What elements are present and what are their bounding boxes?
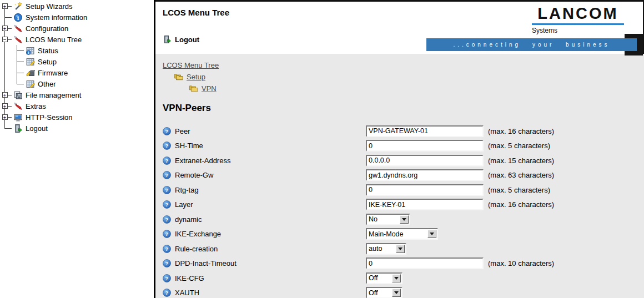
expander-plus[interactable]: + xyxy=(2,26,8,31)
dropdown-arrow-icon[interactable] xyxy=(427,230,436,238)
dropdown-arrow-icon[interactable] xyxy=(396,245,405,253)
max-chars-hint: (max. 5 characters) xyxy=(488,142,550,150)
sidebar-item-label: Firmware xyxy=(38,69,68,77)
selected-value: Main-Mode xyxy=(367,230,427,238)
app-window: + Setup Wizards i System information + C… xyxy=(0,0,644,298)
help-icon[interactable]: ? xyxy=(163,230,171,238)
selected-value: Off xyxy=(367,289,392,297)
logout-button[interactable]: Logout xyxy=(163,35,199,44)
dynamic-select[interactable]: No xyxy=(366,214,410,225)
tree-line: + xyxy=(0,89,10,100)
form-row-layer: ? Layer (max. 16 characters) xyxy=(163,198,644,213)
logo-brand-text: LANCOM xyxy=(532,4,624,23)
svg-text:?: ? xyxy=(165,187,169,193)
svg-text:?: ? xyxy=(165,231,169,237)
extranet-address-input[interactable] xyxy=(366,155,484,166)
field-label: dynamic xyxy=(175,215,202,224)
dpd-inact-timeout-input[interactable] xyxy=(366,257,484,269)
xauth-select[interactable]: Off xyxy=(366,287,402,298)
svg-text:?: ? xyxy=(165,172,169,178)
svg-text:?: ? xyxy=(165,128,169,134)
dropdown-arrow-icon[interactable] xyxy=(392,289,401,297)
rtg-tag-input[interactable] xyxy=(366,184,484,196)
breadcrumb-item-lcos-menu-tree: LCOS Menu Tree xyxy=(163,59,644,71)
wizard-icon xyxy=(13,2,23,11)
lcos-menu-tree-icon xyxy=(13,35,23,44)
dropdown-arrow-icon[interactable] xyxy=(400,215,409,224)
ike-exchange-select[interactable]: Main-Mode xyxy=(366,228,438,240)
form-row-ike-exchange: ? IKE-Exchange Main-Mode xyxy=(163,227,644,242)
sidebar-item-logout[interactable]: Logout xyxy=(0,123,154,134)
sidebar-item-extras[interactable]: + Extras xyxy=(0,100,154,112)
help-icon[interactable]: ? xyxy=(163,215,171,224)
help-icon[interactable]: ? xyxy=(163,142,171,150)
navigation-tree: + Setup Wizards i System information + C… xyxy=(0,0,154,298)
peer-input[interactable] xyxy=(366,125,484,137)
tree-line: + xyxy=(0,1,10,12)
tree-line xyxy=(10,67,22,78)
sidebar-item-http-session[interactable]: + HTTP-Session xyxy=(0,112,154,123)
sh-time-input[interactable] xyxy=(366,140,484,151)
file-management-icon xyxy=(13,90,23,100)
page-heading: VPN-Peers xyxy=(163,103,644,114)
sidebar-item-other[interactable]: Other xyxy=(0,78,154,89)
breadcrumb-link[interactable]: Setup xyxy=(187,73,205,81)
configuration-icon xyxy=(13,24,23,33)
help-icon[interactable]: ? xyxy=(163,259,171,267)
tree-line: + xyxy=(0,112,10,123)
sidebar-item-lcos-menu-tree[interactable]: − LCOS Menu Tree xyxy=(0,34,154,45)
sidebar-item-setup[interactable]: Setup xyxy=(0,56,154,67)
layer-input[interactable] xyxy=(366,199,484,210)
sidebar-item-label: Extras xyxy=(26,102,46,110)
help-icon[interactable]: ? xyxy=(163,127,171,135)
expander-plus[interactable]: + xyxy=(2,114,8,120)
sidebar-item-setup-wizards[interactable]: + Setup Wizards xyxy=(0,1,154,12)
expander-plus[interactable]: + xyxy=(2,103,8,109)
max-chars-hint: (max. 16 characters) xyxy=(488,200,554,209)
dropdown-arrow-icon[interactable] xyxy=(392,274,401,282)
sidebar-item-configuration[interactable]: + Configuration xyxy=(0,23,154,34)
rule-creation-select[interactable]: auto xyxy=(366,243,406,255)
remote-gw-input[interactable] xyxy=(366,169,484,181)
svg-text:?: ? xyxy=(165,246,169,252)
expander-plus[interactable]: + xyxy=(2,92,8,98)
sidebar-item-status[interactable]: i Status xyxy=(0,45,154,56)
breadcrumb-link[interactable]: VPN xyxy=(202,84,217,93)
help-icon[interactable]: ? xyxy=(163,200,171,209)
field-label: Peer xyxy=(175,127,190,135)
expander-minus[interactable]: − xyxy=(2,37,8,42)
tree-line xyxy=(10,56,22,67)
help-icon[interactable]: ? xyxy=(163,274,171,282)
field-label: XAUTH xyxy=(175,289,199,297)
tree-line: + xyxy=(0,23,10,34)
vpn-peers-form: ? Peer (max. 16 characters) ? SH-Time (m… xyxy=(163,124,644,298)
expander-plus[interactable]: + xyxy=(2,3,8,9)
sidebar-item-file-management[interactable]: + File management xyxy=(0,89,154,100)
logo-underline xyxy=(532,23,624,25)
folder-icon xyxy=(189,84,199,93)
selected-value: Off xyxy=(367,274,392,282)
breadcrumb-item-vpn: VPN xyxy=(189,83,644,94)
tree-line xyxy=(0,56,10,67)
help-icon[interactable]: ? xyxy=(163,289,171,297)
lancom-logo: LANCOM Systems xyxy=(532,4,624,34)
help-icon[interactable]: ? xyxy=(163,245,171,253)
form-row-xauth: ? XAUTH Off xyxy=(163,286,644,298)
ike-cfg-select[interactable]: Off xyxy=(366,272,402,284)
field-label: Remote-Gw xyxy=(175,171,213,179)
sidebar-item-firmware[interactable]: Firmware xyxy=(0,67,154,78)
tree-line xyxy=(0,67,10,78)
help-icon[interactable]: ? xyxy=(163,186,171,194)
help-icon[interactable]: ? xyxy=(163,156,171,165)
selected-value: auto xyxy=(367,245,396,252)
extras-icon xyxy=(13,102,23,111)
form-row-dynamic: ? dynamic No xyxy=(163,212,644,227)
tree-line xyxy=(0,45,10,56)
sidebar-item-system-information[interactable]: i System information xyxy=(0,12,154,23)
tree-line xyxy=(0,12,10,23)
breadcrumb-link[interactable]: LCOS Menu Tree xyxy=(163,61,219,69)
field-label: IKE-CFG xyxy=(175,274,204,282)
sidebar-item-label: LCOS Menu Tree xyxy=(26,36,82,44)
max-chars-hint: (max. 5 characters) xyxy=(488,186,550,194)
help-icon[interactable]: ? xyxy=(163,171,171,179)
